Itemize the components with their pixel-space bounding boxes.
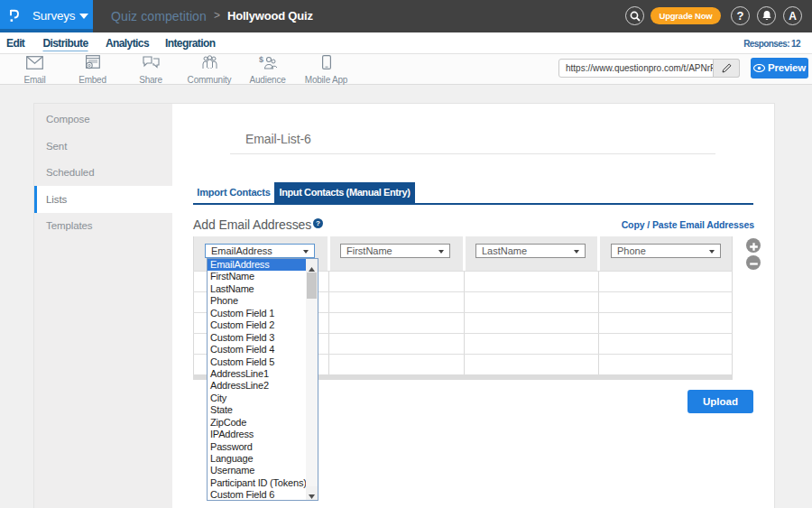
svg-text:$: $: [259, 55, 263, 64]
